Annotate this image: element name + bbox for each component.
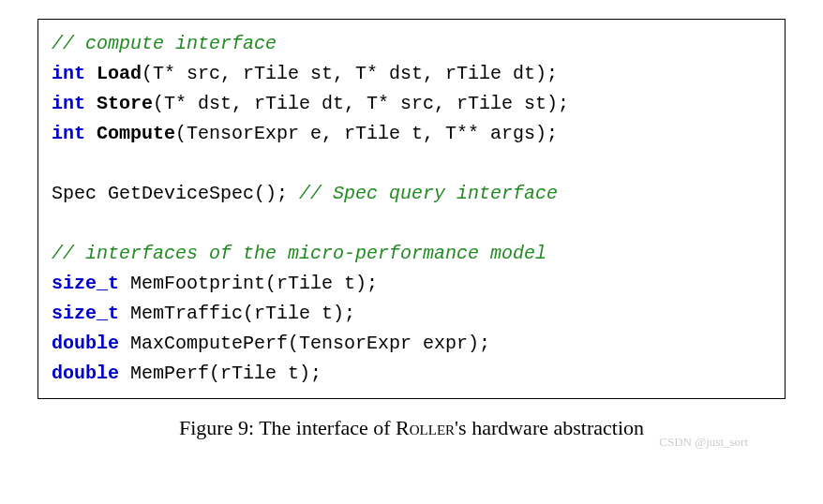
kw-int-store: int [52, 93, 85, 114]
sig-footprint: MemFootprint(rTile t); [119, 273, 378, 294]
kw-double-memperf: double [52, 363, 119, 384]
kw-sizet-footprint: size_t [52, 273, 119, 294]
code-block: // compute interface int Load(T* src, rT… [37, 19, 786, 399]
comment-spec: // Spec query interface [299, 183, 558, 204]
sig-maxperf: MaxComputePerf(TensorExpr expr); [119, 333, 490, 354]
line-spec: Spec GetDeviceSpec(); [52, 183, 299, 204]
comment-compute: // compute interface [52, 33, 277, 54]
caption-roller: Roller [396, 416, 455, 439]
kw-sizet-traffic: size_t [52, 303, 119, 324]
kw-int-load: int [52, 63, 85, 84]
fn-store: Store [97, 93, 153, 114]
sig-load: (T* src, rTile st, T* dst, rTile dt); [142, 63, 558, 84]
kw-int-compute: int [52, 123, 85, 144]
fn-load: Load [97, 63, 142, 84]
caption-suffix: 's hardware abstraction [455, 416, 644, 439]
sig-memperf: MemPerf(rTile t); [119, 363, 322, 384]
sig-store: (T* dst, rTile dt, T* src, rTile st); [153, 93, 569, 114]
caption-prefix: Figure 9: The interface of [179, 416, 396, 439]
fn-compute: Compute [97, 123, 175, 144]
comment-micro: // interfaces of the micro-performance m… [52, 243, 546, 264]
kw-double-maxperf: double [52, 333, 119, 354]
sig-compute: (TensorExpr e, rTile t, T** args); [175, 123, 558, 144]
sig-traffic: MemTraffic(rTile t); [119, 303, 355, 324]
